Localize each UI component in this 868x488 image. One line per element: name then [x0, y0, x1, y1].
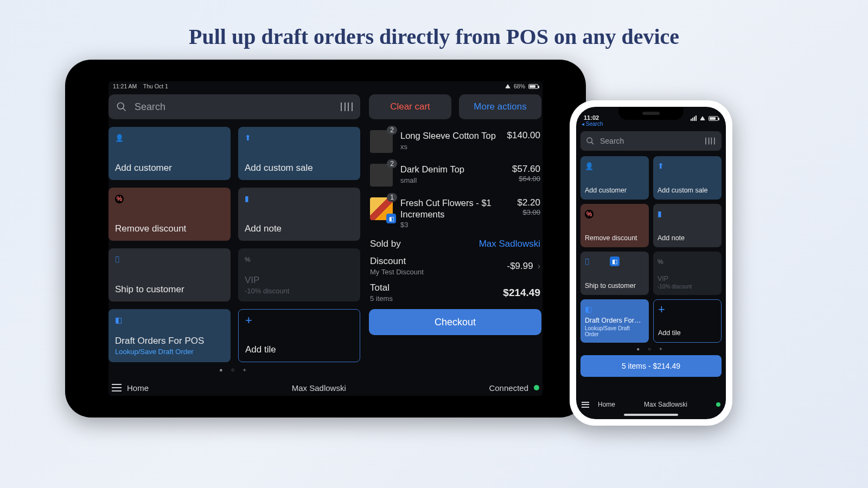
discount-value: -$9.99	[507, 261, 533, 272]
home-indicator[interactable]	[624, 414, 678, 416]
cart-item[interactable]: 1 Fresh Cut Flowers - $1 Increments $3 $…	[369, 193, 541, 233]
cart-item-variant: xs	[400, 143, 507, 151]
tile-label: Remove discount	[585, 234, 644, 242]
tile-label: Add note	[658, 234, 717, 242]
tile-label: Draft Orders For POS	[115, 336, 224, 346]
tile-add-tile[interactable]: + Add tile	[238, 309, 360, 362]
page-title: Pull up draft orders directly from POS o…	[0, 24, 868, 49]
svg-point-0	[118, 103, 124, 110]
tile-ship-to-customer[interactable]: Ship to customer	[580, 252, 649, 295]
more-actions-button[interactable]: More actions	[459, 94, 541, 119]
barcode-scan-icon[interactable]	[341, 102, 353, 111]
tile-sub: Lookup/Save Draft Order	[115, 348, 224, 356]
connection-indicator-icon	[716, 402, 720, 407]
cart-item-original-price: $3.00	[517, 208, 540, 216]
back-hint-label: Search	[586, 121, 603, 127]
tile-draft-orders-for-pos[interactable]: Draft Orders For POS Lookup/Save Draft O…	[108, 309, 231, 362]
hamburger-icon[interactable]	[582, 402, 589, 408]
tablet-device-frame: 11:21 AM Thu Oct 1 68% Search	[65, 60, 586, 418]
percent-icon	[585, 209, 595, 219]
svg-line-1	[123, 108, 126, 111]
person-icon	[585, 161, 595, 171]
signal-icon	[691, 115, 697, 121]
qty-badge: 1	[387, 193, 397, 202]
qty-badge: 2	[387, 126, 397, 134]
note-icon	[658, 209, 667, 219]
percent-icon	[658, 256, 667, 266]
discount-sub: My Test Discount	[370, 268, 424, 276]
pager-dots[interactable]: ● ○ +	[576, 346, 726, 352]
tile-add-customer[interactable]: Add customer	[580, 156, 649, 200]
app-tag-icon	[386, 214, 396, 223]
discount-row[interactable]: Discount My Test Discount -$9.99 ›	[369, 251, 541, 277]
wifi-icon	[700, 116, 705, 120]
barcode-scan-icon[interactable]	[705, 138, 715, 145]
tiles-grid: Add customer Add custom sale Remove disc…	[580, 156, 722, 343]
tile-label: Add custom sale	[245, 163, 354, 174]
tile-add-tile[interactable]: + Add tile	[653, 299, 722, 343]
app-icon	[115, 315, 125, 325]
status-time: 11:21 AM	[113, 83, 137, 89]
cart-item-original-price: $64.00	[512, 175, 540, 183]
connection-status: Connected	[489, 383, 528, 393]
cart-item[interactable]: 2 Long Sleeve Cotton Top xs $140.00	[369, 126, 541, 157]
sold-by-row[interactable]: Sold by Max Sadlowski	[369, 233, 541, 251]
tile-sub: -10% discount	[245, 287, 354, 295]
sold-by-label: Sold by	[370, 239, 401, 249]
tile-label: Remove discount	[115, 223, 224, 234]
tile-label: Add tile	[658, 329, 717, 337]
tile-label: Add customer	[585, 187, 644, 194]
search-bar[interactable]: Search	[108, 94, 360, 119]
back-to-search-link[interactable]: ◂ Search	[576, 121, 726, 129]
home-link[interactable]: Home	[598, 401, 615, 408]
tile-add-custom-sale[interactable]: Add custom sale	[653, 156, 722, 200]
phone-bottom-bar: Home Max Sadlowski	[576, 395, 726, 410]
battery-percentage: 68%	[514, 83, 525, 89]
tile-draft-orders-for-pos[interactable]: Draft Orders For… Lookup/Save Draft Orde…	[580, 299, 649, 343]
chevron-right-icon: ›	[538, 261, 540, 271]
tile-remove-discount[interactable]: Remove discount	[580, 204, 649, 247]
cart-item-name: Dark Denim Top	[400, 164, 512, 175]
total-row: Total 5 items $214.49	[369, 277, 541, 304]
app-icon	[585, 304, 595, 314]
pager-dots[interactable]: ● ○ +	[108, 367, 360, 373]
search-icon	[586, 137, 595, 145]
upload-icon	[658, 161, 667, 171]
cart-item[interactable]: 2 Dark Denim Top small $57.60 $64.00	[369, 159, 541, 191]
clear-cart-button[interactable]: Clear cart	[369, 94, 451, 119]
cart-item-price: $140.00	[507, 130, 540, 141]
percent-icon	[115, 194, 125, 203]
tile-vip-disabled: VIP -10% discount	[653, 252, 722, 295]
cart-list: 2 Long Sleeve Cotton Top xs $140.00 2	[369, 126, 541, 233]
cart-item-thumbnail: 2	[370, 164, 393, 187]
tile-sub: Lookup/Save Draft Order	[585, 325, 644, 337]
status-date: Thu Oct 1	[143, 83, 168, 89]
tile-ship-to-customer[interactable]: Ship to customer	[108, 248, 231, 301]
phone-screen: 11:02 ◂ Search Search Add customer Add c…	[576, 107, 726, 419]
status-time: 11:02	[584, 114, 599, 121]
tile-label: Add tile	[245, 344, 353, 355]
discount-label: Discount	[370, 256, 424, 267]
tile-remove-discount[interactable]: Remove discount	[108, 188, 231, 241]
tablet-screen: 11:21 AM Thu Oct 1 68% Search	[108, 81, 542, 396]
sold-by-value: Max Sadlowski	[479, 239, 540, 249]
tile-add-note[interactable]: Add note	[238, 188, 360, 241]
home-link[interactable]: Home	[127, 383, 149, 393]
cart-item-price: $57.60	[512, 164, 540, 175]
svg-point-2	[587, 138, 592, 143]
tile-add-custom-sale[interactable]: Add custom sale	[238, 127, 360, 180]
hamburger-icon[interactable]	[112, 384, 122, 391]
person-icon	[115, 133, 125, 143]
tile-label: Add custom sale	[658, 187, 717, 194]
checkout-button[interactable]: Checkout	[369, 309, 541, 335]
battery-icon	[709, 116, 718, 121]
tile-add-note[interactable]: Add note	[653, 204, 722, 247]
search-bar[interactable]: Search	[580, 131, 722, 151]
tablet-bottom-bar: Home Max Sadlowski Connected	[108, 380, 542, 396]
cart-item-name: Fresh Cut Flowers - $1 Increments	[400, 197, 517, 220]
bottom-user: Max Sadlowski	[615, 401, 716, 408]
cart-item-variant: $3	[400, 221, 517, 229]
tile-add-customer[interactable]: Add customer	[108, 127, 231, 180]
checkout-button[interactable]: 5 items - $214.49	[580, 355, 722, 377]
phone-device-frame: 11:02 ◂ Search Search Add customer Add c…	[570, 100, 732, 426]
